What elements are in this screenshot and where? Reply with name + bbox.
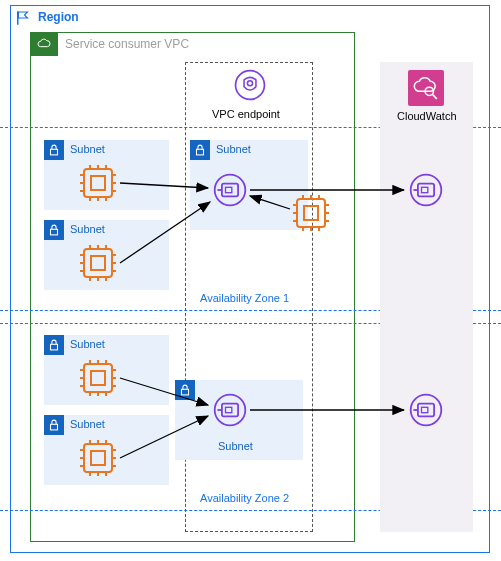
eni-icon — [408, 172, 444, 208]
subnet-label: Subnet — [70, 338, 105, 350]
lock-icon — [44, 220, 64, 240]
svg-rect-91 — [226, 407, 232, 412]
svg-rect-21 — [84, 249, 112, 277]
svg-rect-75 — [91, 451, 105, 465]
lock-icon — [44, 140, 64, 160]
vpc-endpoint-container — [185, 62, 313, 532]
lock-icon — [44, 335, 64, 355]
svg-rect-38 — [226, 187, 232, 192]
lock-icon — [44, 415, 64, 435]
ec2-instance-icon — [80, 245, 116, 281]
svg-rect-37 — [222, 184, 238, 197]
svg-rect-41 — [304, 206, 318, 220]
eni-icon — [212, 172, 248, 208]
svg-rect-74 — [84, 444, 112, 472]
ec2-instance-icon — [80, 165, 116, 201]
lock-icon — [190, 140, 210, 160]
privatelink-icon — [233, 68, 267, 102]
vpc-cloud-icon — [30, 32, 58, 56]
vpc-label: Service consumer VPC — [65, 37, 189, 51]
svg-rect-5 — [51, 149, 58, 155]
svg-rect-6 — [84, 169, 112, 197]
subnet-label: Subnet — [70, 418, 105, 430]
cloudwatch-icon — [408, 70, 444, 106]
subnet-label: Subnet — [218, 440, 253, 452]
region-label: Region — [38, 10, 79, 24]
svg-rect-73 — [51, 424, 58, 430]
eni-icon — [408, 392, 444, 428]
svg-rect-58 — [51, 344, 58, 350]
ec2-instance-icon — [80, 360, 116, 396]
svg-rect-88 — [182, 389, 189, 395]
svg-rect-60 — [91, 371, 105, 385]
svg-rect-59 — [84, 364, 112, 392]
svg-point-1 — [236, 71, 265, 100]
vpc-endpoint-label: VPC endpoint — [212, 108, 280, 120]
eni-icon — [212, 392, 248, 428]
svg-rect-90 — [222, 404, 238, 417]
svg-line-4 — [433, 95, 437, 99]
svg-rect-40 — [297, 199, 325, 227]
subnet-label: Subnet — [70, 223, 105, 235]
region-flag-icon — [14, 9, 32, 27]
svg-rect-22 — [91, 256, 105, 270]
svg-rect-7 — [91, 176, 105, 190]
ec2-instance-icon — [293, 195, 329, 231]
svg-rect-20 — [51, 229, 58, 235]
cloudwatch-container — [380, 62, 473, 532]
ec2-instance-icon — [80, 440, 116, 476]
svg-rect-55 — [418, 184, 434, 197]
subnet-label: Subnet — [216, 143, 251, 155]
svg-point-2 — [247, 81, 252, 86]
cloudwatch-label: CloudWatch — [397, 110, 457, 122]
svg-rect-56 — [422, 187, 428, 192]
lock-icon — [175, 380, 195, 400]
svg-rect-35 — [197, 149, 204, 155]
subnet-label: Subnet — [70, 143, 105, 155]
svg-rect-94 — [418, 404, 434, 417]
svg-rect-95 — [422, 407, 428, 412]
